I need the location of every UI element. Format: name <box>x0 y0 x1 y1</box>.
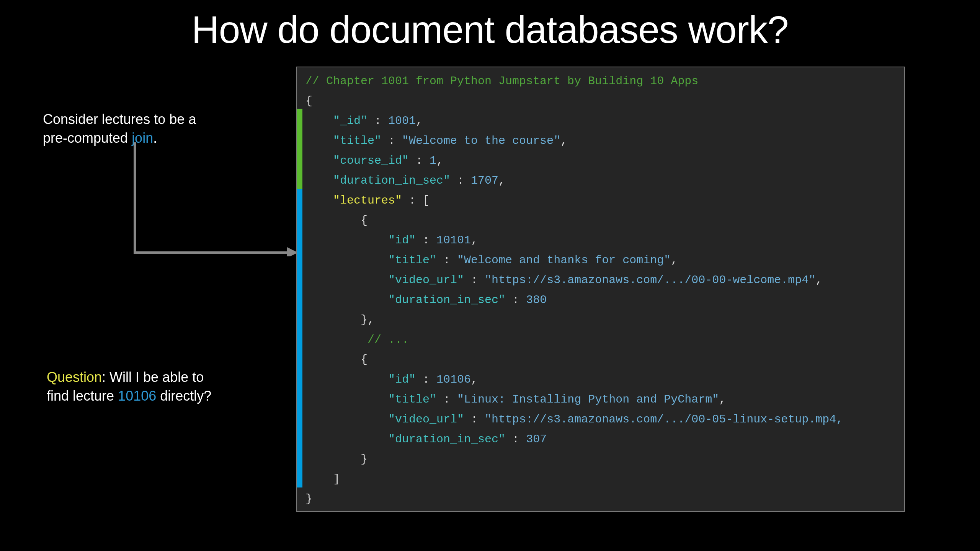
code-l1-id-key: "id" <box>388 234 416 247</box>
code-obj-open2: { <box>361 353 368 366</box>
code-l2-title-val: "Linux: Installing Python and PyCharm" <box>457 393 719 406</box>
code-obj-open: { <box>361 214 368 227</box>
code-colon: : <box>368 114 388 127</box>
code-l2-dur-key: "duration_in_sec" <box>388 433 505 446</box>
code-colon: : <box>450 174 471 187</box>
code-l2-id-val: 10106 <box>436 373 471 386</box>
code-colon: : <box>436 393 457 406</box>
code-l1-url-val: "https://s3.amazonaws.com/.../00-00-welc… <box>485 274 815 287</box>
code-colon: : <box>436 254 457 267</box>
code-comma: , <box>498 174 505 187</box>
question-lecture-id: 10106 <box>118 388 156 404</box>
annotation-join-keyword: join <box>132 130 153 146</box>
code-lectures-key: "lectures" <box>333 194 402 207</box>
code-l2-title-key: "title" <box>388 393 436 406</box>
code-block: // Chapter 1001 from Python Jumpstart by… <box>296 67 905 512</box>
code-colon: : <box>464 413 485 426</box>
code-l1-id-val: 10101 <box>436 234 471 247</box>
annotation-question: Question: Will I be able to find lecture… <box>47 368 211 405</box>
question-label: Question <box>47 369 102 385</box>
code-comma: , <box>436 154 443 167</box>
code-comment-header: // Chapter 1001 from Python Jumpstart by… <box>305 75 698 88</box>
question-text3: directly? <box>156 388 211 404</box>
code-colon: : <box>381 134 402 147</box>
code-arr-open: [ <box>423 194 430 207</box>
code-l1-title-val: "Welcome and thanks for coming" <box>457 254 671 267</box>
code-obj-close-comma: }, <box>361 313 374 326</box>
annotation-join: Consider lectures to be a pre-computed j… <box>43 110 196 147</box>
annotation-join-text1: Consider lectures to be a <box>43 111 196 127</box>
code-content: // Chapter 1001 from Python Jumpstart by… <box>302 67 904 511</box>
arrow-icon <box>133 142 298 256</box>
code-colon: : <box>409 154 430 167</box>
gutter-blue-segment <box>297 189 302 487</box>
code-comma: , <box>471 234 478 247</box>
code-ellipsis-comment: // ... <box>368 333 409 346</box>
code-l1-title-key: "title" <box>388 254 436 267</box>
code-close-brace: } <box>305 492 312 505</box>
code-open-brace: { <box>305 95 312 108</box>
annotation-join-suffix: . <box>153 130 157 146</box>
code-l2-dur-val: 307 <box>526 433 547 446</box>
code-colon: : <box>505 293 526 306</box>
code-colon: : <box>505 433 526 446</box>
code-l1-dur-key: "duration_in_sec" <box>388 293 505 306</box>
code-l1-dur-val: 380 <box>526 293 547 306</box>
code-comma: , <box>471 373 478 386</box>
slide-title: How do document databases work? <box>0 8 980 52</box>
question-text2: find lecture <box>47 388 118 404</box>
code-title-val: "Welcome to the course" <box>402 134 560 147</box>
gutter-green-segment <box>297 109 302 189</box>
code-l2-id-key: "id" <box>388 373 416 386</box>
code-colon: : <box>464 274 485 287</box>
question-text1: : Will I be able to <box>102 369 204 385</box>
code-id-val: 1001 <box>388 114 416 127</box>
code-colon: : <box>416 373 436 386</box>
code-course-val: 1 <box>430 154 436 167</box>
code-l1-url-key: "video_url" <box>388 274 464 287</box>
code-comma: , <box>815 274 822 287</box>
code-comma: , <box>719 393 726 406</box>
code-gutter <box>297 67 302 511</box>
code-title-key: "title" <box>333 134 381 147</box>
code-id-key: "_id" <box>333 114 368 127</box>
code-comma: , <box>560 134 567 147</box>
code-arr-close: ] <box>333 473 340 486</box>
code-obj-close: } <box>361 453 368 466</box>
code-course-key: "course_id" <box>333 154 409 167</box>
code-comma: , <box>671 254 678 267</box>
code-l2-url-val: "https://s3.amazonaws.com/.../00-05-linu… <box>485 413 843 426</box>
code-colon: : <box>402 194 423 207</box>
code-colon: : <box>416 234 436 247</box>
code-dur-val: 1707 <box>471 174 498 187</box>
code-comma: , <box>416 114 423 127</box>
code-dur-key: "duration_in_sec" <box>333 174 450 187</box>
annotation-join-text2: pre-computed <box>43 130 132 146</box>
code-l2-url-key: "video_url" <box>388 413 464 426</box>
